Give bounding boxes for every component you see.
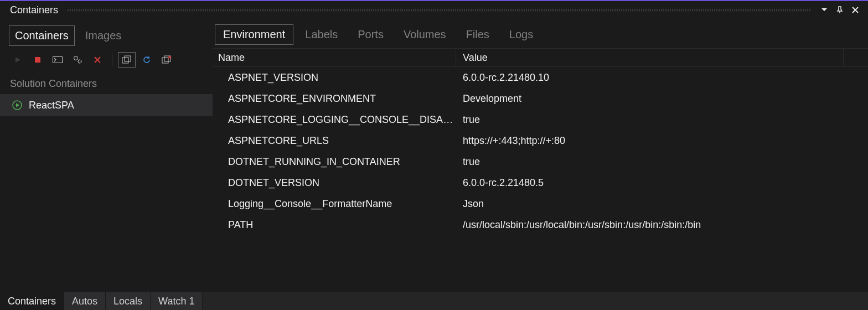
panel-title-bar: Containers <box>0 1 868 19</box>
env-name: DOTNET_RUNNING_IN_CONTAINER <box>213 156 456 168</box>
table-row[interactable]: PATH/usr/local/sbin:/usr/local/bin:/usr/… <box>213 214 868 235</box>
terminal-button[interactable] <box>49 52 66 68</box>
bottom-tabstrip-rest <box>203 292 868 310</box>
close-icon[interactable] <box>851 6 859 14</box>
table-row[interactable]: ASPNETCORE_ENVIRONMENTDevelopment <box>213 88 868 109</box>
svg-rect-0 <box>35 57 40 63</box>
sidebar-toolbar <box>0 49 213 71</box>
bottom-tab-containers[interactable]: Containers <box>0 292 64 310</box>
column-header-name[interactable]: Name <box>213 49 456 66</box>
container-name: ReactSPA <box>29 100 74 111</box>
grid-body: ASPNET_VERSION6.0.0-rc.2.21480.10ASPNETC… <box>213 67 868 292</box>
env-name: Logging__Console__FormatterName <box>213 198 456 210</box>
env-name: ASPNET_VERSION <box>213 72 456 84</box>
svg-rect-6 <box>162 58 168 63</box>
env-value: true <box>456 156 868 168</box>
table-row[interactable]: Logging__Console__FormatterNameJson <box>213 193 868 214</box>
panel-window-controls <box>820 6 859 14</box>
tab-ports[interactable]: Ports <box>349 24 392 45</box>
table-row[interactable]: ASPNETCORE_LOGGING__CONSOLE__DISA…true <box>213 109 868 130</box>
tab-environment[interactable]: Environment <box>215 24 293 45</box>
refresh-button[interactable] <box>138 52 156 68</box>
content-tabs: Environment Labels Ports Volumes Files L… <box>213 19 868 48</box>
prune-button[interactable] <box>158 52 175 68</box>
env-value: Json <box>456 198 868 210</box>
delete-button[interactable] <box>89 52 106 68</box>
table-row[interactable]: ASPNETCORE_URLShttps://+:443;http://+:80 <box>213 130 868 151</box>
env-name: ASPNETCORE_LOGGING__CONSOLE__DISA… <box>213 114 456 126</box>
toolbar-separator <box>112 54 112 66</box>
env-name: DOTNET_VERSION <box>213 177 456 189</box>
table-row[interactable]: DOTNET_VERSION6.0.0-rc.2.21480.5 <box>213 172 868 193</box>
bottom-tab-locals[interactable]: Locals <box>106 292 151 310</box>
tab-labels[interactable]: Labels <box>297 24 346 45</box>
running-icon <box>12 100 22 110</box>
column-header-value[interactable]: Value <box>456 49 844 66</box>
stop-button[interactable] <box>29 52 46 68</box>
content-area: Environment Labels Ports Volumes Files L… <box>213 19 868 292</box>
settings-button[interactable] <box>69 52 86 68</box>
tab-files[interactable]: Files <box>458 24 498 45</box>
table-row[interactable]: ASPNET_VERSION6.0.0-rc.2.21480.10 <box>213 67 868 88</box>
column-header-extra <box>844 49 868 66</box>
env-name: ASPNETCORE_URLS <box>213 135 456 147</box>
svg-rect-5 <box>125 56 131 61</box>
table-row[interactable]: DOTNET_RUNNING_IN_CONTAINERtrue <box>213 151 868 172</box>
svg-rect-4 <box>122 58 128 63</box>
container-list: ReactSPA <box>0 94 213 116</box>
svg-rect-1 <box>53 57 63 63</box>
sidebar-tab-images[interactable]: Images <box>79 25 128 46</box>
tab-volumes[interactable]: Volumes <box>395 24 454 45</box>
grid-header: Name Value <box>213 48 868 67</box>
env-value: 6.0.0-rc.2.21480.5 <box>456 177 868 189</box>
bottom-tab-autos[interactable]: Autos <box>64 292 106 310</box>
dropdown-icon[interactable] <box>820 6 828 14</box>
svg-point-3 <box>78 60 81 63</box>
start-button[interactable] <box>9 52 27 68</box>
bottom-tabstrip: Containers Autos Locals Watch 1 <box>0 292 868 310</box>
pin-icon[interactable] <box>836 6 844 14</box>
env-value: 6.0.0-rc.2.21480.10 <box>456 72 868 84</box>
bottom-tab-watch1[interactable]: Watch 1 <box>151 292 203 310</box>
env-name: PATH <box>213 219 456 231</box>
containers-panel: Containers Containers Images <box>0 0 868 310</box>
tab-logs[interactable]: Logs <box>501 24 541 45</box>
env-value: true <box>456 114 868 126</box>
panel-title: Containers <box>10 4 58 16</box>
container-item-reactspa[interactable]: ReactSPA <box>0 94 213 116</box>
sidebar-tabs: Containers Images <box>0 20 213 49</box>
sidebar-tab-containers[interactable]: Containers <box>9 25 75 46</box>
env-value: https://+:443;http://+:80 <box>456 135 868 147</box>
show-all-button[interactable] <box>118 52 136 68</box>
sidebar: Containers Images <box>0 19 213 292</box>
env-value: Development <box>456 93 868 105</box>
main-area: Containers Images <box>0 19 868 292</box>
section-label: Solution Containers <box>0 71 213 94</box>
panel-grip[interactable] <box>67 9 812 12</box>
env-value: /usr/local/sbin:/usr/local/bin:/usr/sbin… <box>456 219 868 231</box>
env-name: ASPNETCORE_ENVIRONMENT <box>213 93 456 105</box>
